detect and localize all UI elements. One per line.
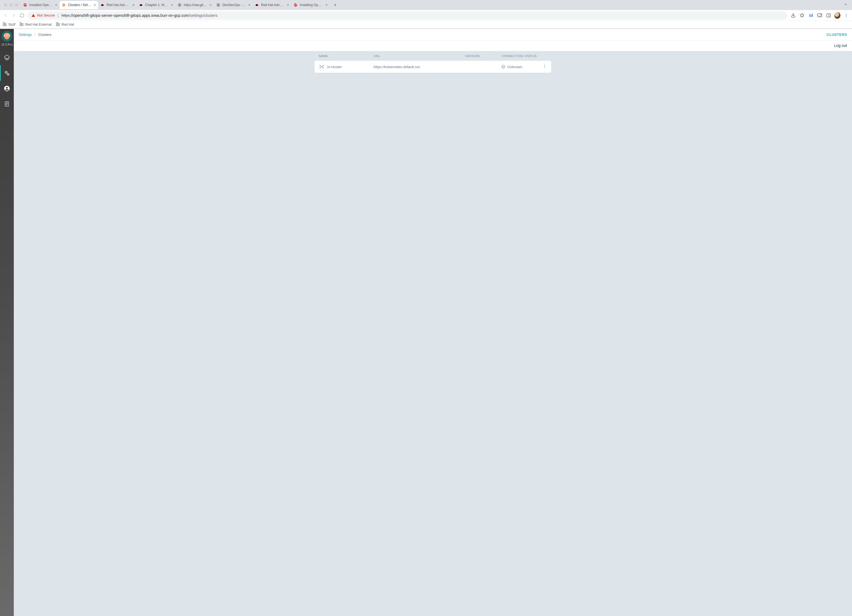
close-icon[interactable]: ✕	[55, 4, 57, 7]
tab-chapter1[interactable]: Chapter 1. Manag ✕	[137, 1, 175, 9]
cell-name: in-cluster	[319, 64, 373, 69]
redhat-icon	[139, 3, 143, 7]
globe-icon	[178, 3, 181, 7]
cell-url: https://kubernetes.default.svc	[373, 65, 465, 69]
svg-point-20	[846, 15, 846, 15]
svg-point-39	[320, 68, 320, 68]
folder-icon	[56, 23, 60, 26]
cluster-name: in-cluster	[327, 65, 342, 69]
cluster-icon	[319, 64, 325, 69]
svg-point-21	[846, 17, 846, 17]
redhat-icon	[255, 3, 259, 7]
svg-rect-17	[826, 14, 831, 17]
svg-point-36	[321, 66, 322, 67]
url-host: ://openshift-gitops-server-openshift-git…	[70, 13, 189, 18]
content-area: Settings / Clusters CLUSTERS Log out NAM…	[14, 29, 852, 616]
argo-icon	[62, 3, 66, 7]
globe-icon	[216, 3, 220, 7]
svg-point-31	[6, 87, 8, 89]
new-tab-button[interactable]: +	[332, 2, 339, 9]
tab-installing-openshift[interactable]: Installing OpenSh ✕	[292, 1, 330, 9]
connection-status: Unknown	[508, 65, 522, 69]
breadcrumb-settings[interactable]: Settings	[19, 33, 32, 37]
tab-list-chevron-icon[interactable]	[841, 3, 850, 8]
redhat-icon	[100, 3, 104, 7]
reload-button[interactable]	[19, 13, 25, 18]
table-row[interactable]: in-cluster https://kubernetes.default.sv…	[314, 60, 551, 73]
close-icon[interactable]: ✕	[209, 4, 212, 7]
tab-redhat-advanced-1[interactable]: Red Hat Advanced ✕	[98, 1, 137, 9]
svg-point-26	[5, 35, 6, 36]
url-protocol: https	[62, 13, 70, 18]
bookmark-label: Red Hat External	[25, 23, 51, 27]
share-icon[interactable]	[790, 12, 796, 18]
traffic-close[interactable]	[4, 3, 7, 7]
svg-point-2	[63, 5, 63, 5]
logout-link[interactable]: Log out	[834, 43, 847, 48]
tab-label: Installed Operators	[29, 3, 53, 7]
profile-avatar[interactable]	[834, 12, 840, 18]
url-path: /settings/clusters	[189, 13, 218, 18]
tab-label: Red Hat Advanced	[261, 3, 284, 7]
sidebar-item-settings[interactable]	[0, 65, 14, 81]
tab-label: Clusters / Settings	[68, 3, 91, 7]
row-actions-menu[interactable]	[541, 63, 548, 71]
url-separator: |	[58, 13, 59, 18]
sidebar-item-applications[interactable]	[0, 50, 14, 65]
tab-label: DevSecOps - Dev	[222, 3, 246, 7]
bookmark-label: Red Hat	[62, 23, 74, 27]
address-bar[interactable]: Not Secure | https://openshift-gitops-se…	[27, 11, 787, 20]
argo-logo[interactable]	[2, 31, 12, 42]
back-button[interactable]	[3, 13, 8, 18]
bookmark-folder-stuff[interactable]: Stuff	[3, 23, 15, 27]
svg-point-42	[544, 66, 545, 66]
extensions-puzzle-icon[interactable]	[817, 12, 823, 18]
tab-label: Installing OpenSh	[300, 3, 323, 7]
close-icon[interactable]: ✕	[94, 4, 96, 7]
svg-point-41	[544, 65, 545, 65]
col-name: NAME	[319, 54, 373, 58]
logout-row: Log out	[14, 41, 852, 51]
side-panel-icon[interactable]	[825, 12, 832, 18]
tab-raw-github[interactable]: https://raw.github ✕	[175, 1, 214, 9]
svg-rect-15	[811, 15, 811, 17]
bookmarks-bar: Stuff Red Hat External Red Hat	[0, 20, 852, 29]
col-url: URL	[373, 54, 465, 58]
tab-redhat-advanced-2[interactable]: Red Hat Advanced ✕	[253, 1, 292, 9]
menu-dots-icon[interactable]	[843, 12, 849, 18]
app-root: v2.2.8+u Settings / Clusters CLUSTERS Lo…	[0, 29, 852, 616]
close-icon[interactable]: ✕	[287, 4, 289, 7]
close-icon[interactable]: ✕	[171, 4, 173, 7]
extension-1-icon[interactable]	[808, 12, 814, 18]
breadcrumb-current: Clusters	[38, 33, 51, 37]
bookmark-folder-redhat-external[interactable]: Red Hat External	[20, 23, 51, 27]
tab-clusters-settings[interactable]: Clusters / Settings ✕	[60, 1, 98, 9]
sidebar-item-user[interactable]	[0, 81, 14, 96]
traffic-max[interactable]	[15, 3, 18, 7]
openshift-icon	[23, 3, 27, 7]
sidebar-item-docs[interactable]	[0, 96, 14, 111]
folder-icon	[20, 23, 23, 26]
close-icon[interactable]: ✕	[325, 4, 328, 7]
close-icon[interactable]: ✕	[132, 4, 134, 7]
tab-installed-operators[interactable]: Installed Operators ✕	[21, 1, 60, 9]
svg-point-28	[5, 71, 7, 73]
tab-devsecops[interactable]: DevSecOps - Dev ✕	[214, 1, 253, 9]
browser-chrome: Installed Operators ✕ Clusters / Setting…	[0, 0, 852, 29]
traffic-min[interactable]	[9, 3, 13, 7]
close-icon[interactable]: ✕	[248, 4, 251, 7]
bookmark-star-icon[interactable]	[799, 12, 805, 18]
tab-label: https://raw.github	[184, 3, 207, 7]
svg-point-11	[255, 5, 258, 6]
sidebar: v2.2.8+u	[0, 29, 14, 616]
svg-point-37	[320, 65, 320, 66]
forward-button[interactable]	[11, 13, 17, 18]
window-controls	[2, 3, 21, 7]
col-connection: CONNECTION STATUS	[502, 54, 547, 58]
svg-rect-14	[810, 14, 810, 17]
svg-point-3	[64, 5, 65, 5]
page-title: CLUSTERS	[826, 33, 847, 37]
bookmark-folder-redhat[interactable]: Red Hat	[56, 23, 74, 27]
security-warning: Not Secure	[32, 13, 55, 17]
status-unknown-icon: ?	[502, 65, 505, 69]
